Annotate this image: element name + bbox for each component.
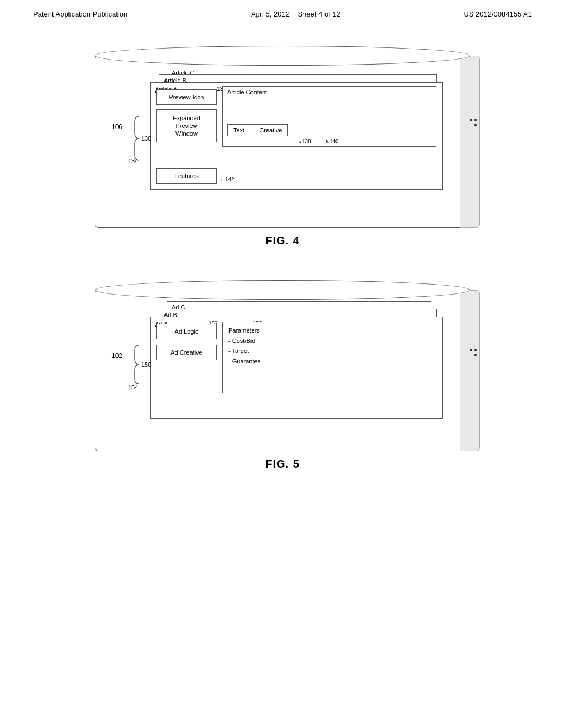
guarantee: - Guarantee [228, 356, 430, 367]
creative-box: · Creative [250, 124, 288, 136]
cylinder-dots-fig4 [470, 119, 477, 126]
header-right: US 2012/0084155 A1 [463, 10, 532, 18]
ad-logic-box: Ad Logic [156, 324, 217, 339]
article-a-box: Article A 132 136 Preview Icon Expanded … [150, 82, 443, 190]
page-content: 106 Article C Article B [0, 18, 565, 509]
cylinder-top-fig4 [95, 46, 470, 66]
ad-creative-box: Ad Creative [156, 345, 217, 360]
parameters-title: Parameters [228, 325, 430, 336]
cylinder-dots-fig5 [470, 349, 477, 356]
parameters-box: Parameters - Cost/Bid - Target - Guarant… [222, 322, 436, 393]
article-content-label: Article Content [223, 87, 436, 98]
header-left: Patent Application Publication [33, 10, 127, 18]
fig4-wrapper: 106 Article C Article B [33, 35, 532, 247]
preview-icon-box: Preview Icon [156, 89, 217, 105]
dot [470, 349, 472, 351]
ref-142-arrow: ←142 [220, 176, 234, 183]
brace-150: 150 [134, 345, 151, 384]
article-content-box: Article Content Text · Creative ↳138 [222, 86, 436, 147]
text-creative-row: Text · Creative [227, 124, 288, 136]
label-154: 154 [128, 384, 138, 390]
ref-140: ↳140 [325, 138, 339, 144]
fig4-content: Article C Article B Article A 132 1 [128, 61, 454, 220]
label-106: 106 [111, 123, 122, 131]
fig5-content: Ad C Ad B Ad A 152 156 [128, 296, 454, 443]
label-134: 134 [128, 158, 138, 164]
header-center: Apr. 5, 2012 Sheet 4 of 12 [251, 10, 340, 18]
expanded-preview-box: Expanded Preview WIndow [156, 109, 217, 142]
ad-a-box: Ad A 152 156 Ad Logic Ad Creative [150, 317, 443, 419]
cylinder-top-fig5 [95, 280, 470, 300]
label-102: 102 [111, 352, 122, 360]
dot [474, 349, 477, 351]
fig5-cylinder: 102 Ad C Ad B Ad A [95, 280, 470, 451]
article-stack-area: Article C Article B Article A 132 1 [150, 67, 443, 221]
fig4-cylinder: 106 Article C Article B [95, 46, 470, 228]
fig5-wrapper: 102 Ad C Ad B Ad A [33, 269, 532, 470]
text-box: Text [227, 124, 250, 136]
dot [474, 354, 477, 356]
ad-stack-area: Ad C Ad B Ad A 152 156 [150, 301, 443, 447]
brace-130: 130 [134, 116, 151, 160]
ref-138: ↳138 [297, 138, 311, 144]
features-box: Features [156, 168, 217, 184]
target: - Target [228, 346, 430, 356]
cost-bid: - Cost/Bid [228, 336, 430, 346]
dot [474, 119, 477, 121]
dot [474, 124, 477, 126]
patent-header: Patent Application Publication Apr. 5, 2… [0, 0, 565, 18]
fig5-caption: FIG. 5 [265, 458, 300, 470]
dot [470, 119, 472, 121]
cylinder-right-fig4 [460, 56, 480, 228]
cylinder-right-fig5 [460, 290, 480, 451]
fig4-caption: FIG. 4 [265, 234, 300, 247]
